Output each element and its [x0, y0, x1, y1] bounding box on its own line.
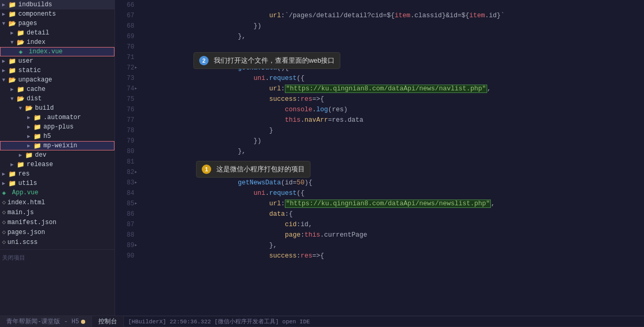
line-numbers: 66 67 68 69 70 71 72 73 74 75 76 77 78 7… [115, 0, 139, 261]
tree-label: build [35, 104, 114, 112]
tree-label: unpackage [18, 76, 114, 84]
folder-open-icon: 📂 [25, 104, 33, 112]
sidebar-item-index-vue[interactable]: ◈ index.vue [0, 47, 114, 56]
tree-arrow-icon: ▼ [2, 77, 8, 83]
folder-icon: 📁 [8, 1, 17, 8]
folder-icon: 📁 [33, 133, 42, 140]
sidebar-item-dist[interactable]: ▼ 📂 dist [0, 94, 114, 103]
sidebar-item-release[interactable]: ▶ 📁 release [0, 160, 114, 169]
sidebar-item-index-html[interactable]: ◇ index.html [0, 197, 114, 207]
line-num: 72 [119, 63, 134, 73]
tree-label: release [27, 161, 114, 168]
folder-open-icon: 📂 [8, 76, 17, 84]
sidebar-item-utils[interactable]: ▶ 📁 utils [0, 179, 114, 188]
tree-arrow-icon: ▶ [27, 124, 33, 130]
vue-file-icon: ◈ [19, 48, 27, 55]
sidebar-item-cache[interactable]: ▶ 📁 cache [0, 85, 114, 94]
sidebar-item-unpackage[interactable]: ▼ 📂 unpackage [0, 75, 114, 85]
sidebar-item-mp-weixin[interactable]: ▶ 📁 mp-weixin [0, 141, 114, 150]
line-num: 85 [119, 198, 134, 209]
folder-open-icon: 📂 [17, 95, 25, 102]
sidebar-item-user[interactable]: ▶ 📁 user [0, 56, 114, 66]
line-num: 80 [119, 146, 134, 157]
tree-label: detail [27, 29, 114, 37]
tree-arrow-icon: ▶ [2, 11, 8, 17]
tree-label: uni.scss [7, 239, 114, 246]
line-num: 66 [119, 0, 134, 10]
sidebar-item-indbuilds[interactable]: ▶ 📁 indbuilds [0, 0, 114, 9]
folder-icon: 📁 [8, 180, 17, 187]
folder-open-icon: 📂 [8, 20, 17, 27]
bottom-bar: 青年帮新闻-课堂版 - H5 控制台 [HBuilderX] 22:50:36.… [0, 316, 644, 327]
tree-arrow-icon: ▼ [10, 96, 17, 102]
sidebar-item-automator[interactable]: ▶ 📁 .automator [0, 113, 114, 122]
tab-console[interactable]: 控制台 [92, 316, 124, 327]
sidebar-item-main-js[interactable]: ◇ main.js [0, 207, 114, 217]
tree-arrow-icon: ▼ [2, 21, 8, 27]
line-num: 70 [119, 42, 134, 52]
folder-icon: 📁 [8, 57, 17, 65]
sidebar-item-dev[interactable]: ▶ 📁 dev [0, 150, 114, 160]
file-tree-sidebar: ▶ 📁 indbuilds ▶ 📁 components ▼ 📂 pages ▶… [0, 0, 115, 316]
tree-label: index [27, 39, 114, 46]
sidebar-item-res[interactable]: ▶ 📁 res [0, 169, 114, 179]
folder-icon: 📁 [25, 151, 33, 159]
tree-label: app-plus [43, 123, 114, 131]
tree-arrow-icon: ▶ [19, 152, 25, 158]
folder-icon: 📁 [8, 67, 17, 74]
sidebar-item-app-plus[interactable]: ▶ 📁 app-plus [0, 122, 114, 132]
line-num: 74 [119, 84, 134, 94]
line-num: 69 [119, 31, 134, 42]
sidebar-item-h5[interactable]: ▶ 📁 h5 [0, 132, 114, 141]
tree-label: components [18, 10, 114, 18]
line-num: 82 [119, 167, 134, 178]
tree-label: static [18, 67, 114, 74]
code-line-81: //获取新闻列表数据 [144, 157, 644, 167]
line-num: 81 [119, 157, 134, 167]
line-num: 76 [119, 104, 134, 115]
sidebar-item-components[interactable]: ▶ 📁 components [0, 9, 114, 19]
sidebar-item-detail[interactable]: ▶ 📁 detail [0, 28, 114, 38]
sidebar-item-pages[interactable]: ▼ 📂 pages [0, 19, 114, 28]
tree-label: cache [27, 86, 114, 93]
tree-arrow-icon: ▶ [2, 2, 8, 8]
line-num: 88 [119, 230, 134, 240]
line-num: 78 [119, 125, 134, 136]
code-line-66: url:`/pages/detail/detail?cid=${item.cla… [144, 0, 644, 10]
close-project-label: 关闭项目 [2, 255, 25, 261]
sidebar-item-app-vue[interactable]: ◈ App.vue [0, 188, 114, 197]
tree-label: pages.json [7, 229, 114, 236]
line-num: 83 [119, 178, 134, 188]
line-num: 68 [119, 21, 134, 31]
tab-label: 控制台 [98, 317, 117, 326]
vue-file-icon: ◈ [2, 189, 10, 196]
line-num: 86 [119, 209, 134, 219]
sidebar-item-manifest-json[interactable]: ◇ manifest.json [0, 217, 114, 227]
tab-dot-icon [81, 320, 85, 324]
tree-label: dist [27, 95, 114, 102]
tree-label: index.html [7, 199, 114, 206]
tree-label: mp-weixin [43, 142, 114, 149]
sidebar-item-build[interactable]: ▼ 📂 build [0, 103, 114, 113]
code-editor: 66 67 68 69 70 71 72 73 74 75 76 77 78 7… [115, 0, 644, 261]
tree-label: pages [18, 20, 114, 27]
folder-icon: 📁 [17, 29, 25, 37]
sidebar-item-pages-json[interactable]: ◇ pages.json [0, 227, 114, 237]
line-num: 89 [119, 240, 134, 251]
tree-label: App.vue [12, 189, 114, 196]
tree-label: index.vue [29, 48, 114, 55]
main-container: ▶ 📁 indbuilds ▶ 📁 components ▼ 📂 pages ▶… [0, 0, 644, 316]
sidebar-item-static[interactable]: ▶ 📁 static [0, 66, 114, 75]
tree-label: dev [35, 151, 114, 159]
tree-label: indbuilds [18, 1, 114, 8]
tab-news[interactable]: 青年帮新闻-课堂版 - H5 [0, 316, 92, 327]
folder-icon: 📁 [17, 161, 25, 168]
line-num: 87 [119, 219, 134, 230]
tree-arrow-icon: ▶ [2, 67, 8, 74]
code-lines: url:`/pages/detail/detail?cid=${item.cla… [139, 0, 644, 261]
sidebar-item-uni-scss[interactable]: ◇ uni.scss [0, 237, 114, 247]
console-area: [HBuilderX] 22:50:36.322 [微信小程序开发者工具] op… [124, 317, 644, 326]
sidebar-item-index[interactable]: ▼ 📂 index [0, 38, 114, 47]
tree-label: res [18, 170, 114, 178]
line-num: 71 [119, 52, 134, 63]
